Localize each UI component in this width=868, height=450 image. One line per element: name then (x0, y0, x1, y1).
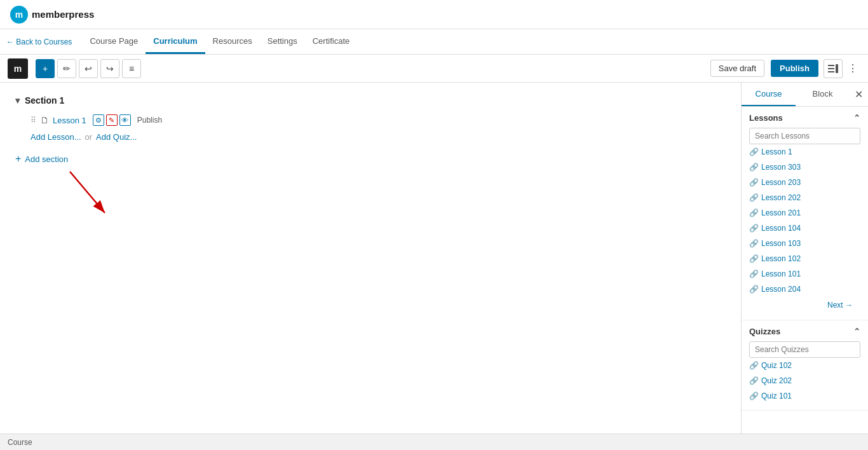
list-item[interactable]: 🔗Lesson 103 (749, 236, 860, 251)
sidebar-tab-row: Course Block ✕ (742, 83, 868, 107)
add-section-button[interactable]: + Add section (15, 153, 726, 165)
link-icon: 🔗 (749, 361, 759, 370)
quizzes-section: Quizzes ⌃ 🔗Quiz 102 🔗Quiz 202 🔗Quiz 101 (742, 320, 868, 411)
right-sidebar: Course Block ✕ Lessons ⌃ 🔗Lesson 1 🔗Less… (741, 83, 868, 433)
link-icon: 🔗 (749, 193, 759, 202)
list-item[interactable]: 🔗Quiz 102 (749, 358, 860, 373)
top-bar: m memberpress (0, 0, 868, 29)
tab-course-page[interactable]: Course Page (82, 29, 146, 54)
add-button[interactable]: + (36, 59, 55, 78)
add-lesson-link[interactable]: Add Lesson... (31, 132, 81, 142)
lesson-edit-icon[interactable]: ✎ (106, 114, 118, 126)
section-toggle[interactable]: ▾ (15, 95, 20, 106)
logo: m memberpress (10, 6, 94, 24)
svg-rect-3 (836, 64, 838, 73)
link-icon: 🔗 (749, 376, 759, 385)
tab-settings[interactable]: Settings (260, 29, 305, 54)
main-content-wrapper: ▾ Section 1 ⠿ 🗋 Lesson 1 ⚙ ✎ 👁 Publish (0, 83, 741, 433)
quizzes-list: 🔗Quiz 102 🔗Quiz 202 🔗Quiz 101 (749, 358, 860, 404)
tab-curriculum[interactable]: Curriculum (146, 29, 205, 54)
lessons-list: 🔗Lesson 1 🔗Lesson 303 🔗Lesson 203 🔗Lesso… (749, 144, 860, 297)
drag-handle-icon: ⠿ (31, 116, 36, 125)
main-layout: ▾ Section 1 ⠿ 🗋 Lesson 1 ⚙ ✎ 👁 Publish (0, 83, 868, 433)
status-bar: Course (0, 433, 868, 450)
list-item[interactable]: 🔗Lesson 203 (749, 175, 860, 190)
quizzes-collapse-icon[interactable]: ⌃ (853, 327, 860, 336)
link-icon: 🔗 (749, 147, 759, 156)
lessons-title: Lessons (749, 113, 783, 123)
tab-certificate[interactable]: Certificate (305, 29, 358, 54)
link-icon: 🔗 (749, 285, 759, 294)
link-icon: 🔗 (749, 224, 759, 233)
lessons-section-header: Lessons ⌃ (749, 113, 860, 123)
content-area: ▾ Section 1 ⠿ 🗋 Lesson 1 ⚙ ✎ 👁 Publish (0, 83, 741, 177)
lesson-status-icons: ⚙ ✎ 👁 (93, 114, 131, 126)
list-item[interactable]: 🔗Quiz 101 (749, 388, 860, 404)
list-item[interactable]: 🔗Lesson 303 (749, 160, 860, 175)
link-icon: 🔗 (749, 392, 759, 400)
link-icon: 🔗 (749, 269, 759, 278)
sidebar-tab-block[interactable]: Block (796, 83, 850, 106)
list-item[interactable]: 🔗Lesson 101 (749, 266, 860, 282)
edit-button[interactable]: ✏ (57, 59, 76, 78)
list-item[interactable]: 🔗Lesson 104 (749, 221, 860, 236)
lesson-name[interactable]: Lesson 1 (53, 116, 86, 125)
add-section-label: Add section (25, 154, 68, 164)
sidebar-close-button[interactable]: ✕ (850, 83, 868, 106)
save-draft-button[interactable]: Save draft (710, 60, 764, 77)
undo-button[interactable]: ↩ (79, 59, 98, 78)
svg-rect-0 (828, 65, 834, 66)
list-item[interactable]: 🔗Lesson 204 (749, 282, 860, 297)
nav-tabs: ← Back to Courses Course Page Curriculum… (0, 29, 868, 55)
section-title: Section 1 (25, 95, 64, 106)
list-item[interactable]: 🔗Quiz 202 (749, 373, 860, 388)
wp-logo: m (8, 58, 28, 79)
quizzes-title: Quizzes (749, 327, 780, 336)
toolbar: m + ✏ ↩ ↪ ≡ Save draft Publish ⋮ (0, 55, 868, 83)
add-links: Add Lesson... or Add Quiz... (15, 128, 726, 146)
svg-line-5 (70, 172, 105, 177)
lessons-collapse-icon[interactable]: ⌃ (853, 113, 860, 123)
logo-icon: m (10, 6, 28, 24)
status-label: Course (8, 438, 32, 447)
sidebar-toggle-button[interactable] (824, 59, 843, 78)
tab-resources[interactable]: Resources (205, 29, 260, 54)
add-quiz-link[interactable]: Add Quiz... (96, 132, 137, 142)
list-view-button[interactable]: ≡ (122, 59, 141, 78)
svg-rect-1 (828, 68, 834, 69)
list-item[interactable]: 🔗Lesson 1 (749, 144, 860, 160)
link-icon: 🔗 (749, 239, 759, 248)
link-icon: 🔗 (749, 178, 759, 187)
lessons-search-input[interactable] (749, 128, 860, 144)
more-options-button[interactable]: ⋮ (845, 61, 860, 76)
svg-rect-2 (828, 71, 834, 72)
redo-button[interactable]: ↪ (100, 59, 119, 78)
link-icon: 🔗 (749, 254, 759, 263)
lessons-section: Lessons ⌃ 🔗Lesson 1 🔗Lesson 303 🔗Lesson … (742, 107, 868, 320)
lessons-next-link[interactable]: Next → (749, 297, 860, 313)
lesson-publish-badge[interactable]: Publish (135, 116, 165, 125)
publish-button[interactable]: Publish (771, 60, 818, 77)
list-item[interactable]: 🔗Lesson 102 (749, 251, 860, 266)
lesson-preview-icon[interactable]: 👁 (119, 114, 131, 126)
brand-name: memberpress (32, 9, 94, 20)
link-icon: 🔗 (749, 208, 759, 217)
list-item[interactable]: 🔗Lesson 201 (749, 205, 860, 221)
lesson-file-icon: 🗋 (40, 115, 49, 125)
add-section-plus-icon: + (15, 153, 21, 165)
section-header: ▾ Section 1 (15, 95, 726, 106)
sidebar-tab-course[interactable]: Course (742, 83, 796, 106)
back-to-courses-link[interactable]: ← Back to Courses (6, 38, 72, 46)
quizzes-section-header: Quizzes ⌃ (749, 327, 860, 336)
list-item[interactable]: 🔗Lesson 202 (749, 190, 860, 205)
add-separator: or (85, 132, 93, 142)
link-icon: 🔗 (749, 163, 759, 172)
lesson-row: ⠿ 🗋 Lesson 1 ⚙ ✎ 👁 Publish (15, 112, 726, 128)
quizzes-search-input[interactable] (749, 341, 860, 358)
lesson-settings-icon[interactable]: ⚙ (93, 114, 104, 126)
